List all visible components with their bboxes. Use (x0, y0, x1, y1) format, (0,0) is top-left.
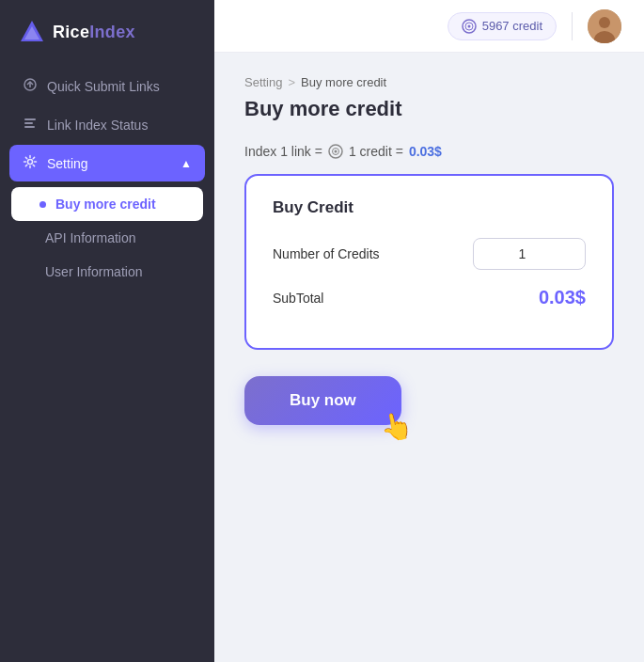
sidebar-item-setting[interactable]: Setting ▲ (9, 145, 205, 181)
link-index-icon (23, 116, 38, 134)
setting-sub-nav: Buy more credit API Information User Inf… (9, 183, 205, 292)
logo-icon (19, 19, 45, 45)
buy-card-title: Buy Credit (273, 198, 586, 217)
buy-credit-card: Buy Credit Number of Credits SubTotal 0.… (244, 174, 614, 350)
subtotal-row: SubTotal 0.03$ (273, 287, 586, 308)
info-text: Index 1 link = (244, 144, 322, 159)
svg-rect-4 (24, 118, 36, 120)
breadcrumb-current: Buy more credit (301, 75, 386, 89)
sidebar-item-user-information[interactable]: User Information (9, 255, 205, 289)
buy-more-credit-label: Buy more credit (55, 197, 156, 212)
header: 5967 credit (214, 0, 644, 53)
credit-icon (462, 19, 477, 34)
svg-rect-5 (24, 122, 33, 124)
info-price: 0.03$ (409, 144, 442, 159)
credits-row: Number of Credits (273, 238, 586, 270)
subtotal-value: 0.03$ (539, 287, 586, 308)
breadcrumb-parent: Setting (244, 75, 282, 89)
credit-small-icon (328, 144, 343, 159)
credit-amount: 5967 credit (482, 19, 542, 33)
main-content: 5967 credit Setting > Buy more credit Bu… (214, 0, 644, 662)
link-index-label: Link Index Status (47, 118, 148, 133)
breadcrumb-separator: > (288, 75, 295, 89)
buy-now-button[interactable]: Buy now 👆 (244, 376, 401, 425)
quick-submit-label: Quick Submit Links (47, 79, 160, 94)
svg-point-16 (334, 150, 337, 153)
svg-point-7 (28, 160, 33, 165)
page-title: Buy more credit (244, 97, 614, 121)
user-information-label: User Information (45, 264, 142, 279)
avatar-image (588, 9, 621, 43)
sidebar-item-quick-submit[interactable]: Quick Submit Links (9, 68, 205, 104)
api-information-label: API Information (45, 230, 136, 245)
quick-submit-icon (23, 77, 38, 95)
number-of-credits-label: Number of Credits (273, 246, 380, 261)
breadcrumb: Setting > Buy more credit (244, 75, 614, 89)
info-credit: 1 credit = (349, 144, 403, 159)
buy-now-label: Buy now (290, 391, 356, 410)
svg-point-12 (599, 17, 610, 28)
sidebar-navigation: Quick Submit Links Link Index Status (0, 68, 214, 292)
svg-rect-6 (24, 126, 35, 128)
logo: RiceIndex (0, 0, 214, 68)
logo-text: RiceIndex (53, 23, 135, 42)
sidebar-item-api-information[interactable]: API Information (9, 221, 205, 255)
sidebar: RiceIndex Quick Submit Links (0, 0, 214, 662)
avatar[interactable] (588, 9, 621, 43)
active-dot (39, 201, 46, 208)
page-body: Setting > Buy more credit Buy more credi… (214, 53, 644, 662)
svg-point-10 (467, 24, 470, 27)
setting-icon (23, 154, 38, 172)
cursor-emoji: 👆 (377, 408, 415, 445)
subtotal-label: SubTotal (273, 291, 323, 306)
sidebar-item-buy-more-credit[interactable]: Buy more credit (11, 187, 203, 221)
chevron-up-icon: ▲ (181, 157, 192, 170)
credit-badge[interactable]: 5967 credit (448, 12, 557, 40)
sidebar-item-link-index[interactable]: Link Index Status (9, 106, 205, 143)
header-divider (572, 12, 573, 40)
number-of-credits-input[interactable] (473, 238, 586, 270)
setting-label: Setting (47, 156, 88, 171)
info-line: Index 1 link = 1 credit = 0.03$ (244, 144, 614, 159)
